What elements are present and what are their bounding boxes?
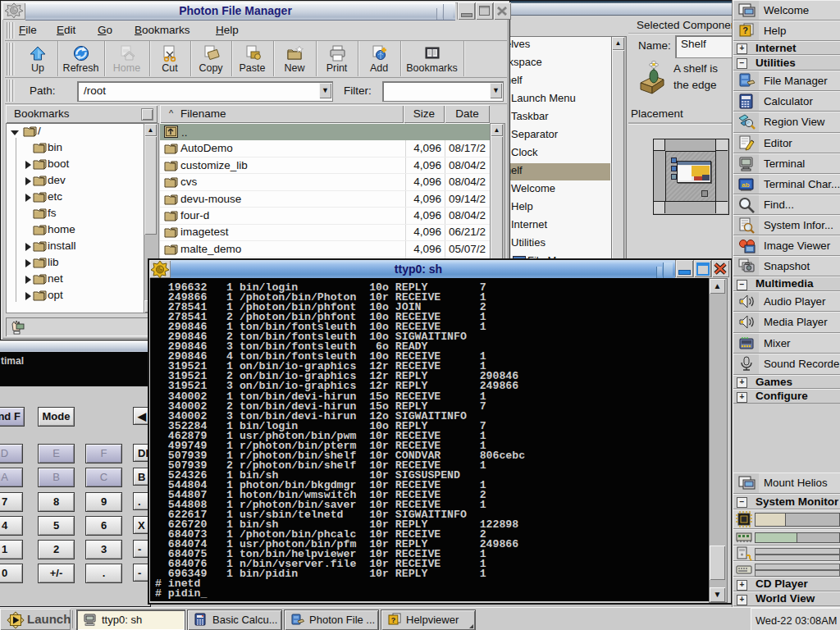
svg-text:ab: ab [742,181,749,189]
svg-text:?: ? [391,616,396,624]
svg-text:?: ? [742,25,748,35]
